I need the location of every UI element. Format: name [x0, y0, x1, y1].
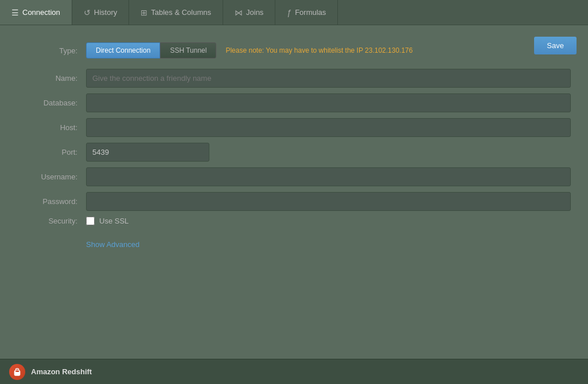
- port-row: Port:: [17, 143, 571, 162]
- password-label: Password:: [17, 197, 86, 206]
- host-label: Host:: [17, 123, 86, 132]
- redshift-icon: [13, 367, 22, 377]
- type-label: Type:: [17, 46, 86, 55]
- username-row: Username:: [17, 167, 571, 186]
- show-advanced-link[interactable]: Show Advanced: [86, 240, 139, 249]
- status-bar: Amazon Redshift: [0, 359, 588, 384]
- ssl-checkbox-label[interactable]: Use SSL: [86, 217, 128, 225]
- name-row: Name:: [17, 69, 571, 88]
- port-label: Port:: [17, 148, 86, 156]
- database-row: Database:: [17, 93, 571, 112]
- tables-icon: ⊞: [141, 8, 147, 17]
- joins-icon: ⋈: [235, 8, 243, 17]
- type-buttons: Direct Connection SSH Tunnel: [86, 42, 216, 58]
- security-label: Security:: [17, 217, 86, 225]
- host-input[interactable]: [86, 118, 571, 137]
- name-label: Name:: [17, 74, 86, 83]
- tab-history-label: History: [94, 8, 117, 17]
- db-name-label: Amazon Redshift: [31, 367, 92, 376]
- type-row: Type: Direct Connection SSH Tunnel Pleas…: [17, 42, 571, 58]
- direct-connection-button[interactable]: Direct Connection: [86, 42, 160, 58]
- password-input[interactable]: [86, 192, 571, 211]
- main-content: Save Type: Direct Connection SSH Tunnel …: [0, 25, 588, 260]
- tab-connection[interactable]: ☰ Connection: [0, 0, 72, 25]
- ssh-tunnel-button[interactable]: SSH Tunnel: [160, 42, 216, 58]
- security-row: Security: Use SSL: [17, 217, 571, 225]
- tab-tables-label: Tables & Columns: [151, 8, 211, 17]
- username-input[interactable]: [86, 167, 571, 186]
- ssl-checkbox[interactable]: [86, 217, 95, 225]
- tab-tables-columns[interactable]: ⊞ Tables & Columns: [129, 0, 223, 25]
- tab-joins[interactable]: ⋈ Joins: [223, 0, 275, 25]
- host-row: Host:: [17, 118, 571, 137]
- port-input[interactable]: [86, 143, 209, 162]
- connection-icon: ☰: [11, 8, 19, 17]
- save-button[interactable]: Save: [534, 37, 577, 54]
- username-label: Username:: [17, 173, 86, 181]
- history-icon: ↺: [84, 8, 91, 17]
- database-label: Database:: [17, 99, 86, 107]
- db-icon: [9, 364, 25, 380]
- password-row: Password:: [17, 192, 571, 211]
- tab-formulas-label: Formulas: [295, 8, 326, 17]
- tab-history[interactable]: ↺ History: [72, 0, 129, 25]
- whitelist-notice: Please note: You may have to whitelist t…: [225, 46, 412, 54]
- formulas-icon: ƒ: [287, 8, 291, 17]
- top-navigation: ☰ Connection ↺ History ⊞ Tables & Column…: [0, 0, 588, 25]
- ssl-label: Use SSL: [99, 217, 128, 225]
- tab-formulas[interactable]: ƒ Formulas: [275, 0, 338, 25]
- name-input[interactable]: [86, 69, 571, 88]
- database-input[interactable]: [86, 93, 571, 112]
- tab-connection-label: Connection: [22, 8, 60, 17]
- tab-joins-label: Joins: [246, 8, 263, 17]
